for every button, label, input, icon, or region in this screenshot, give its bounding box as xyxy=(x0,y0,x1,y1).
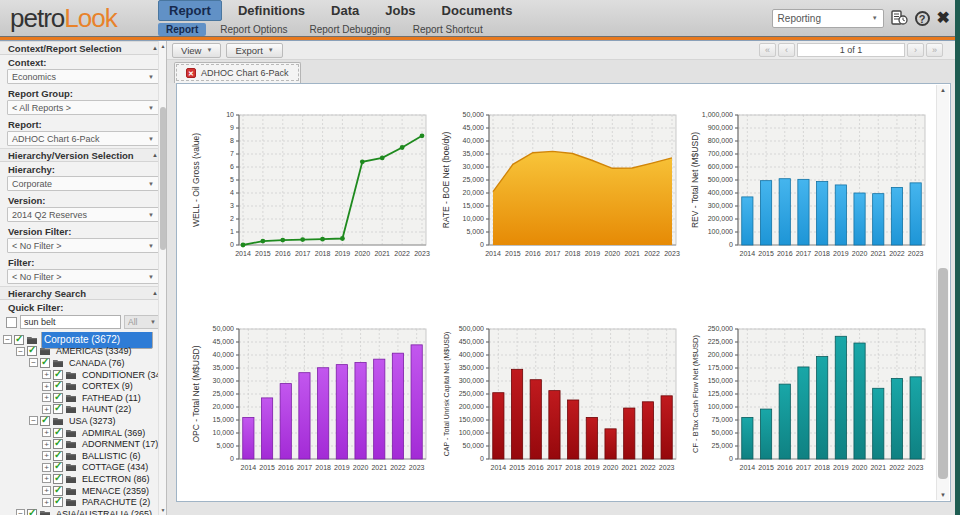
folder-icon xyxy=(65,462,77,472)
version-filter-select[interactable]: < No Filter >▼ xyxy=(7,238,159,253)
tree-checkbox[interactable]: ✓ xyxy=(14,335,24,345)
help-icon[interactable]: ? xyxy=(915,11,930,26)
tree-checkbox[interactable]: ✓ xyxy=(27,346,37,356)
tree-checkbox[interactable]: ✓ xyxy=(40,358,50,368)
close-icon[interactable]: ✖ xyxy=(937,11,950,25)
check-icon: ✓ xyxy=(28,344,36,355)
tree-checkbox[interactable]: ✓ xyxy=(53,474,63,484)
first-page-button[interactable]: « xyxy=(759,43,776,57)
nav-documents[interactable]: Documents xyxy=(432,1,523,20)
reporting-select[interactable]: Reporting ▼ xyxy=(772,9,884,28)
section-hierarchy-search[interactable]: Hierarchy Search ▲ xyxy=(0,286,166,300)
nav-report[interactable]: Report xyxy=(158,0,222,21)
prev-page-button[interactable]: ‹ xyxy=(778,43,795,57)
report-journal-icon[interactable] xyxy=(891,10,908,26)
tree-expand-icon[interactable]: + xyxy=(42,463,51,472)
scroll-down-icon[interactable]: ▼ xyxy=(937,492,949,498)
canvas-scrollbar[interactable]: ▲ ▼ xyxy=(936,85,949,500)
version-select[interactable]: 2014 Q2 Reserves▼ xyxy=(7,207,159,222)
section-hierarchy-version-selection[interactable]: Hierarchy/Version Selection▲ xyxy=(0,148,166,162)
scroll-up-icon[interactable]: ▲ xyxy=(159,43,167,49)
tree-node-americas[interactable]: AMERICAS (3349) xyxy=(54,346,134,356)
tree-checkbox[interactable]: ✓ xyxy=(53,486,63,496)
tree-node-adornment[interactable]: ADORNMENT (17) xyxy=(80,439,160,449)
subnav-report-shortcut[interactable]: Report Shortcut xyxy=(405,23,491,36)
tree-node-fathead[interactable]: FATHEAD (11) xyxy=(80,393,143,403)
svg-text:450,000: 450,000 xyxy=(458,338,483,345)
tree-node-admiral[interactable]: ADMIRAL (369) xyxy=(80,428,147,438)
nav-definitions[interactable]: Definitions xyxy=(228,1,315,20)
tree-checkbox[interactable]: ✓ xyxy=(53,404,63,414)
tree-node-menace[interactable]: MENACE (2359) xyxy=(80,486,151,496)
scrollbar-thumb[interactable] xyxy=(160,107,166,249)
tree-expand-icon[interactable]: + xyxy=(42,370,51,379)
export-button[interactable]: Export ▼ xyxy=(226,43,282,58)
tree-node-cottage[interactable]: COTTAGE (434) xyxy=(80,462,150,472)
tree-expand-icon[interactable]: + xyxy=(42,428,51,437)
tab-adhoc-chart-6-pack[interactable]: ✕ ADHOC Chart 6-Pack xyxy=(174,62,301,83)
tree-checkbox[interactable]: ✓ xyxy=(53,428,63,438)
tree-expand-icon[interactable]: + xyxy=(42,382,51,391)
tree-collapse-icon[interactable]: − xyxy=(3,335,12,344)
filter-select[interactable]: < No Filter >▼ xyxy=(7,269,159,284)
report-select[interactable]: ADHOC Chart 6-Pack▼ xyxy=(7,131,159,146)
next-page-button[interactable]: › xyxy=(907,43,924,57)
tree-checkbox[interactable]: ✓ xyxy=(27,509,37,515)
section-context-report-selection[interactable]: Context/Report Selection▲ xyxy=(0,41,166,55)
tree-collapse-icon[interactable]: − xyxy=(29,416,38,425)
tree-node-electron[interactable]: ELECTRON (86) xyxy=(80,474,152,484)
context-select[interactable]: Economics▼ xyxy=(7,69,159,84)
tree-checkbox[interactable]: ✓ xyxy=(53,381,63,391)
tree-node-haunt[interactable]: HAUNT (22) xyxy=(80,404,133,414)
quick-filter-scope-select[interactable]: All ▼ xyxy=(124,315,160,329)
quick-filter-checkbox[interactable] xyxy=(6,317,17,328)
tree-expand-icon[interactable]: + xyxy=(42,393,51,402)
scroll-down-icon[interactable]: ▼ xyxy=(159,507,167,513)
subnav-report-options[interactable]: Report Options xyxy=(212,23,295,36)
tree-checkbox[interactable]: ✓ xyxy=(53,439,63,449)
tree-node-usa[interactable]: USA (3273) xyxy=(67,416,118,426)
nav-data[interactable]: Data xyxy=(321,1,369,20)
tree-checkbox[interactable]: ✓ xyxy=(53,462,63,472)
tree-checkbox[interactable]: ✓ xyxy=(53,451,63,461)
page-indicator[interactable]: 1 of 1 xyxy=(797,43,905,57)
tree-node-parachute[interactable]: PARACHUTE (2) xyxy=(80,497,152,507)
tree-collapse-icon[interactable]: − xyxy=(16,347,25,356)
nav-jobs[interactable]: Jobs xyxy=(375,1,425,20)
view-button[interactable]: View ▼ xyxy=(172,43,221,58)
subnav-report[interactable]: Report xyxy=(158,23,206,36)
tree-node-asia-australia[interactable]: ASIA/AUSTRALIA (265) xyxy=(54,509,154,515)
tree-expand-icon[interactable]: + xyxy=(42,474,51,483)
tree-node-conditioner[interactable]: CONDITIONER (34) xyxy=(80,370,166,380)
tree-node-canada[interactable]: CANADA (76) xyxy=(67,358,127,368)
tab-label: ADHOC Chart 6-Pack xyxy=(201,68,289,78)
tree-node-ballistic[interactable]: BALLISTIC (6) xyxy=(80,451,143,461)
quick-filter-input[interactable] xyxy=(20,315,121,329)
tree-collapse-icon[interactable]: − xyxy=(16,509,25,515)
scroll-up-icon[interactable]: ▲ xyxy=(937,87,949,93)
hierarchy-select[interactable]: Corporate▼ xyxy=(7,176,159,191)
tree-checkbox[interactable]: ✓ xyxy=(53,393,63,403)
scrollbar-thumb[interactable] xyxy=(938,268,948,480)
check-icon: ✓ xyxy=(54,484,62,495)
tree-expand-icon[interactable]: + xyxy=(42,405,51,414)
tree-expand-icon[interactable]: + xyxy=(42,498,51,507)
svg-text:2016: 2016 xyxy=(777,464,793,471)
subnav-report-debugging[interactable]: Report Debugging xyxy=(302,23,399,36)
tree-expand-icon[interactable]: + xyxy=(42,451,51,460)
sidebar-scrollbar[interactable]: ▲ ▼ xyxy=(158,41,166,515)
tree-expand-icon[interactable]: + xyxy=(42,486,51,495)
tree-collapse-icon[interactable]: − xyxy=(29,358,38,367)
svg-text:2023: 2023 xyxy=(908,250,924,257)
tab-close-icon[interactable]: ✕ xyxy=(186,68,196,78)
tree-checkbox[interactable]: ✓ xyxy=(40,416,50,426)
check-icon: ✓ xyxy=(54,379,62,390)
last-page-button[interactable]: » xyxy=(926,43,943,57)
svg-text:0: 0 xyxy=(729,455,733,462)
tree-node-cortex[interactable]: CORTEX (9) xyxy=(80,381,135,391)
tree-expand-icon[interactable]: + xyxy=(42,440,51,449)
check-icon: ✓ xyxy=(54,460,62,471)
tree-checkbox[interactable]: ✓ xyxy=(53,497,63,507)
tree-checkbox[interactable]: ✓ xyxy=(53,370,63,380)
report-group-select[interactable]: < All Reports >▼ xyxy=(7,100,159,115)
